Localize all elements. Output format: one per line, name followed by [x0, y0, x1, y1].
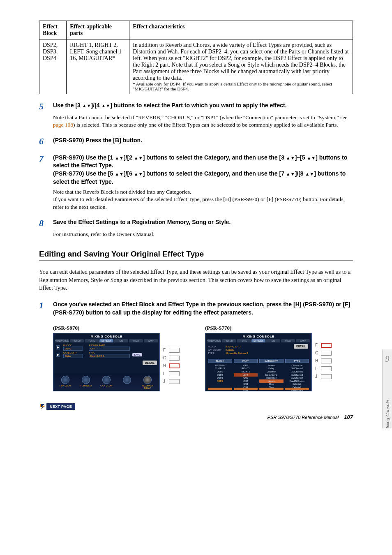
side-tab: 9 Mixing Console [382, 349, 392, 428]
mc-tab[interactable]: FILTER [222, 339, 236, 342]
updown-icon: ▲▼ [82, 103, 91, 108]
letter-button[interactable] [169, 371, 180, 376]
knob-icon[interactable] [143, 376, 152, 384]
mc-tab[interactable]: EQ [114, 339, 128, 342]
section-title: Editing and Saving Your Original Effect … [39, 250, 353, 261]
td-char: In addition to Reverb and Chorus, a wide… [129, 39, 353, 94]
assign-field[interactable]: OFF [89, 347, 130, 351]
step8-body: For instructions, refer to the Owner's M… [53, 231, 353, 238]
letter-button[interactable] [169, 363, 180, 368]
type-field[interactable]: Delay LCR 1 [89, 354, 130, 358]
knob-icon[interactable] [61, 376, 69, 384]
letter-buttons: F G H I J [315, 342, 332, 381]
mc770-table: BLOCK REVERB CHORUS DSP1 DSP2 DSP3 DSP4 … [205, 358, 311, 391]
knob-icon[interactable] [102, 376, 111, 384]
effect-table: Effect Block Effect-applicable parts Eff… [39, 21, 353, 94]
knob-icon[interactable] [82, 376, 90, 384]
td-parts: RIGHT 1, RIGHT 2, LEFT, Song channel 1–1… [67, 39, 129, 94]
page-link[interactable]: page 108 [53, 122, 73, 128]
step7-num: 7 [39, 154, 53, 186]
arrow-icon[interactable] [285, 388, 309, 390]
arrow-icon[interactable] [234, 388, 258, 390]
mc-tab[interactable]: CMP [296, 339, 310, 342]
mc-tab[interactable]: MEQ [281, 339, 295, 342]
mc-tab[interactable]: MEQ [129, 339, 143, 342]
step1-num: 1 [39, 301, 53, 317]
step1-heading: Once you've selected an Effect Block and… [53, 301, 353, 317]
detail-button[interactable]: DETAIL [143, 361, 157, 365]
mc-tab[interactable]: EQ [266, 339, 280, 342]
step5-num: 5 [39, 102, 53, 111]
knob-icon[interactable] [123, 376, 131, 384]
step8-num: 8 [39, 218, 53, 228]
letter-button[interactable] [321, 366, 332, 371]
cat-field[interactable]: Delay [63, 354, 83, 358]
mc-tab[interactable]: EFFECT [251, 339, 265, 342]
updown-icon: ▲▼ [101, 103, 110, 108]
mc-tab[interactable]: CMP [144, 339, 158, 342]
mc-tabs: VOL/VOICE FILTER TUNE EFFECT EQ MEQ CMP [205, 339, 311, 342]
letter-button[interactable] [321, 351, 332, 356]
updown-icon: ▲▼ [286, 171, 295, 176]
updown-icon: ▲▼ [115, 171, 124, 176]
th-parts: Effect-applicable parts [67, 21, 129, 39]
s970-screen: MIXING CONSOLE VOL/VOICE FILTER TUNE EFF… [53, 333, 160, 391]
save-button[interactable]: SAVE [132, 353, 142, 356]
arrow-icon[interactable] [208, 388, 232, 390]
td-block: DSP2, DSP3, DSP4 [39, 39, 67, 94]
step6-num: 6 [39, 136, 53, 146]
updown-icon: ▲▼ [134, 171, 143, 176]
th-char: Effect characteristics [129, 21, 353, 39]
chapter-number: 9 [385, 354, 390, 364]
mc-tab[interactable]: TUNE [85, 339, 99, 342]
arrow-icon[interactable] [259, 388, 284, 390]
s970-label: (PSR-S970) [53, 325, 180, 331]
th-block: Effect Block [39, 21, 67, 39]
td-footnote: * Available only for DSP4. If you want t… [133, 81, 349, 91]
detail-button[interactable]: DETAIL [294, 344, 308, 349]
play-icon[interactable]: ▶ [56, 353, 60, 357]
letter-button[interactable] [321, 343, 332, 348]
step7-heading: (PSR-S970) Use the [1 ▲▼]/[2 ▲▼] buttons… [53, 154, 353, 186]
chapter-title: Mixing Console [385, 400, 390, 428]
td-char-text: In addition to Reverb and Chorus, a wide… [133, 42, 348, 81]
updown-icon: ▲▼ [286, 155, 295, 160]
step7-body: Note that the Reverb Block is not divide… [53, 188, 353, 211]
next-page-label: NEXT PAGE [46, 403, 75, 410]
mc-tab[interactable]: EFFECT [99, 339, 113, 342]
mc-tab[interactable]: TUNE [237, 339, 251, 342]
mc-tabs: VOL/VOICE FILTER TUNE EFFECT EQ MEQ CMP [53, 339, 159, 342]
letter-button[interactable] [321, 374, 332, 379]
updown-icon: ▲▼ [134, 155, 143, 160]
mc-tab[interactable]: VOL/VOICE [207, 339, 221, 342]
play-icon[interactable]: ▶ [56, 345, 60, 349]
mc-tab[interactable]: FILTER [70, 339, 84, 342]
step5-heading: Use the [3 ▲▼]/[4 ▲▼] buttons to select … [53, 102, 287, 111]
section-intro: You can edit detailed parameters of the … [39, 268, 353, 292]
letter-button[interactable] [169, 356, 180, 361]
s770-label: (PSR-S770) [205, 325, 332, 331]
next-arrow-icon [39, 403, 46, 410]
mc-title: MIXING CONSOLE [205, 333, 311, 339]
letter-buttons: F G H I J [163, 347, 180, 386]
block-field[interactable]: DSP2 [63, 347, 83, 351]
mc-title: MIXING CONSOLE [53, 333, 159, 339]
page-footer: PSR-S970/S770 Reference Manual 107 [267, 414, 353, 420]
updown-icon: ▲▼ [307, 155, 316, 160]
mc-tab[interactable]: VOL/VOICE [55, 339, 69, 342]
letter-button[interactable] [169, 348, 180, 353]
updown-icon: ▲▼ [305, 171, 314, 176]
letter-button[interactable] [169, 379, 180, 384]
next-page-badge: NEXT PAGE [39, 403, 353, 412]
updown-icon: ▲▼ [115, 155, 124, 160]
s770-screen: MIXING CONSOLE VOL/VOICE FILTER TUNE EFF… [205, 333, 312, 391]
step8-heading: Save the Effect Settings to a Registrati… [53, 218, 231, 228]
letter-button[interactable] [321, 358, 332, 363]
step5-body: Note that a Part cannot be selected if "… [53, 114, 353, 129]
step6-heading: (PSR-S970) Press the [B] button. [53, 136, 142, 146]
